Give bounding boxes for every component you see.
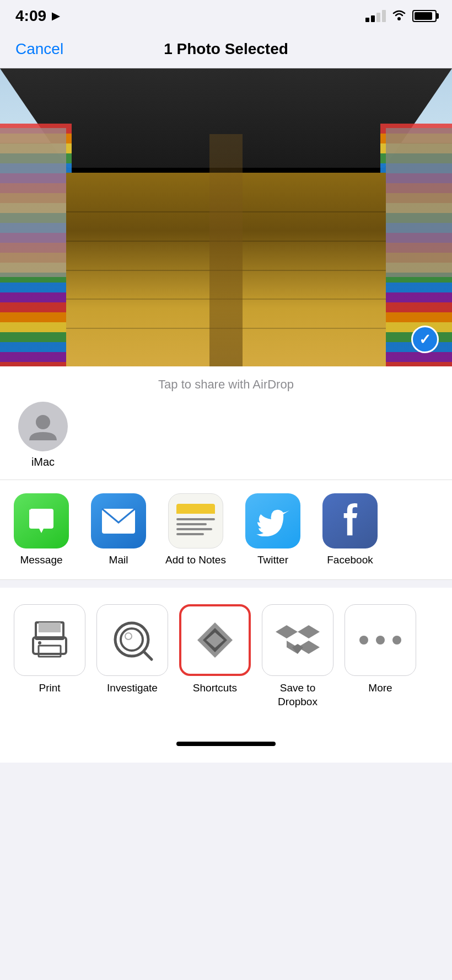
shortcuts-icon [193,618,237,662]
svg-point-0 [397,17,401,20]
svg-point-9 [121,629,143,651]
share-icon-facebook [322,493,378,548]
svg-point-11 [125,633,132,640]
action-label-dropbox: Save toDropbox [278,681,318,709]
action-icon-shortcuts [179,604,251,676]
line4 [176,533,204,535]
share-item-facebook[interactable]: Facebook [320,493,380,566]
svg-point-22 [392,636,401,645]
battery-icon [412,10,437,22]
line2 [176,523,207,525]
airdrop-section: Tap to share with AirDrop iMac [0,366,452,480]
line3 [176,528,212,530]
action-item-print[interactable]: Print [11,604,88,709]
action-item-more[interactable]: More [342,604,419,709]
share-item-message[interactable]: Message [11,493,72,566]
cancel-button[interactable]: Cancel [15,40,63,58]
time-label: 4:09 [15,7,46,25]
line1 [176,518,215,520]
bar4 [382,10,386,22]
location-icon: ▶ [52,10,60,22]
share-icon-notes [168,493,223,548]
svg-point-7 [38,641,41,645]
notes-lines [176,518,215,538]
action-label-investigate: Investigate [107,681,158,695]
share-label-notes: Add to Notes [165,554,226,566]
status-time: 4:09 ▶ [15,7,60,25]
investigate-icon [107,615,157,665]
more-icon [358,632,402,648]
svg-line-10 [144,652,152,659]
right-wall [386,128,452,277]
dropbox-icon [276,620,320,661]
airdrop-label: Tap to share with AirDrop [15,377,437,392]
share-label-facebook: Facebook [327,554,373,566]
print-icon [28,618,72,662]
actions-row: Print Investigate [0,599,452,714]
action-item-investigate[interactable]: Investigate [94,604,171,709]
home-bar [176,742,276,746]
share-label-message: Message [20,554,62,566]
actions-section: Print Investigate [0,588,452,725]
signal-bars [365,10,386,22]
share-item-twitter[interactable]: Twitter [243,493,303,566]
svg-marker-15 [276,625,298,638]
share-item-notes[interactable]: Add to Notes [165,493,226,566]
home-indicator-area [0,725,452,763]
action-icon-print [14,604,85,676]
svg-rect-4 [39,622,61,632]
action-label-shortcuts: Shortcuts [193,681,237,695]
share-icon-message [14,493,69,548]
left-wall [0,128,66,277]
svg-marker-16 [298,625,320,638]
nav-bar: Cancel 1 Photo Selected [0,30,452,68]
svg-point-20 [359,636,368,645]
status-right [365,8,437,24]
status-bar: 4:09 ▶ [0,0,452,30]
battery-fill [415,12,432,20]
airdrop-device-name: iMac [31,456,55,468]
airdrop-device[interactable]: iMac [15,402,71,468]
share-item-mail[interactable]: Mail [88,493,149,566]
bar3 [376,13,380,22]
svg-point-21 [376,636,385,645]
notes-top [176,504,215,514]
share-row: Message Mail Add to Notes [0,480,452,580]
action-item-shortcuts[interactable]: Shortcuts [176,604,254,709]
bar1 [365,18,369,22]
boat-scene [0,68,452,366]
share-icon-mail [91,493,146,548]
action-label-more: More [368,681,392,695]
share-label-mail: Mail [109,554,128,566]
action-icon-more [345,604,416,676]
photo-container [0,68,452,366]
action-item-dropbox[interactable]: Save toDropbox [259,604,336,709]
twitter-icon [255,506,291,536]
mail-icon [99,506,138,536]
share-icon-twitter [245,493,300,548]
person-icon [26,410,60,443]
bar2 [371,15,375,22]
svg-point-1 [36,415,50,429]
message-icon [25,504,58,537]
action-icon-dropbox [262,604,333,676]
action-icon-investigate [96,604,168,676]
share-label-twitter: Twitter [257,554,288,566]
airdrop-avatar [18,402,68,451]
section-divider [0,580,452,588]
action-label-print: Print [39,681,60,695]
facebook-icon [335,502,365,540]
center-path [209,134,243,366]
wifi-icon [391,8,407,24]
page-title: 1 Photo Selected [164,40,288,58]
photo-checkmark[interactable] [411,326,439,353]
